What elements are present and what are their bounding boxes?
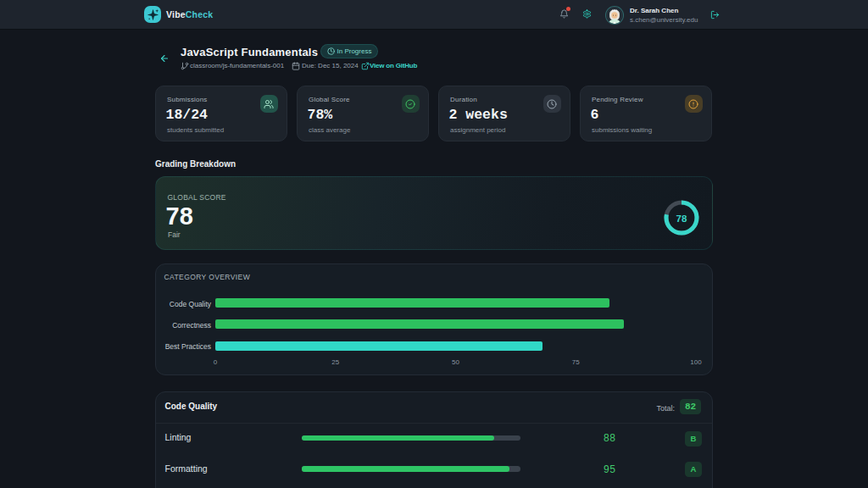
svg-text:78: 78 bbox=[676, 213, 687, 223]
